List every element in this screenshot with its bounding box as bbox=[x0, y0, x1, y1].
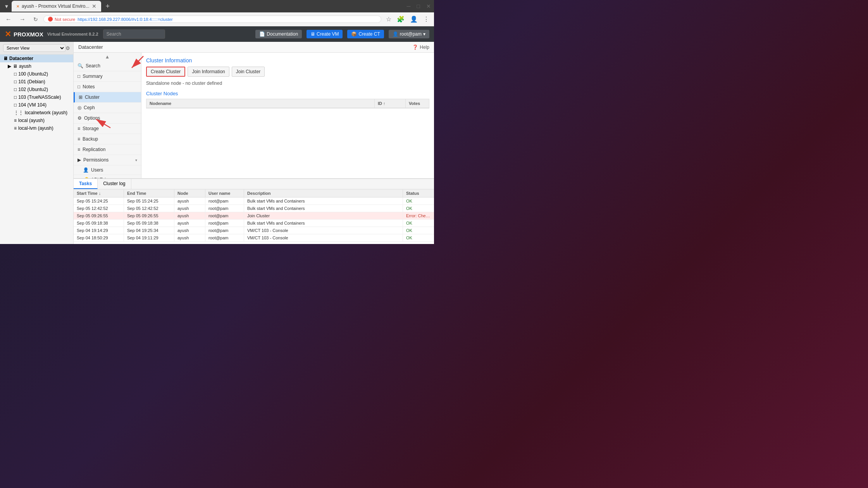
tab-dropdown[interactable]: ▼ bbox=[3, 3, 10, 10]
create-vm-icon: 🖥 bbox=[310, 31, 315, 37]
cluster-action-buttons: Create Cluster Join Information Join Clu… bbox=[146, 67, 429, 77]
tab-cluster-log[interactable]: Cluster log bbox=[98, 179, 131, 189]
new-tab-button[interactable]: + bbox=[103, 2, 113, 10]
tab-tasks[interactable]: Tasks bbox=[74, 179, 98, 189]
tasks-table-header: Start Time ↓ End Time Node User name Des… bbox=[74, 189, 434, 198]
sidebar-item-local[interactable]: ≡ local (ayush) bbox=[0, 117, 73, 124]
cell-node: ayush bbox=[174, 198, 205, 204]
join-cluster-button[interactable]: Join Cluster bbox=[232, 67, 265, 77]
documentation-button[interactable]: 📄 Documentation bbox=[255, 30, 302, 38]
col-start-time[interactable]: Start Time ↓ bbox=[74, 189, 124, 197]
cell-user: root@pam bbox=[205, 198, 244, 204]
col-description: Description bbox=[244, 189, 403, 197]
sidebar-gear-button[interactable]: ⚙ bbox=[65, 45, 70, 51]
extensions-button[interactable]: 🧩 bbox=[395, 14, 406, 24]
refresh-button[interactable]: ↻ bbox=[31, 15, 40, 24]
url-bar[interactable]: 🔴 Not secure https://192.168.29.227:8006… bbox=[43, 15, 381, 23]
create-ct-button[interactable]: 📦 Create CT bbox=[347, 30, 384, 38]
server-view-select[interactable]: Server View bbox=[3, 44, 65, 52]
sidebar-item-vm100[interactable]: □ 100 (Ubuntu2) bbox=[0, 70, 73, 78]
cell-end: Sep 04 19:25:34 bbox=[124, 227, 174, 234]
nav-item-storage[interactable]: ≡ Storage bbox=[74, 124, 141, 134]
forward-button[interactable]: → bbox=[17, 14, 28, 24]
cell-status: OK bbox=[403, 234, 434, 241]
cell-end: Sep 05 09:26:55 bbox=[124, 212, 174, 219]
localnetwork-icon: ⋮⋮ bbox=[14, 110, 23, 115]
cell-start: Sep 05 09:26:55 bbox=[74, 212, 124, 219]
scroll-up-button[interactable]: ▲ bbox=[74, 53, 141, 61]
nav-subitem-api-tokens[interactable]: 🔑 API Tokens bbox=[74, 175, 141, 178]
tab-close-button[interactable]: ✕ bbox=[92, 3, 96, 9]
help-button[interactable]: ❓ Help bbox=[412, 45, 429, 50]
join-information-button[interactable]: Join Information bbox=[188, 67, 229, 77]
table-row[interactable]: Sep 05 09:26:55 Sep 05 09:26:55 ayush ro… bbox=[74, 212, 434, 220]
table-row[interactable]: Sep 05 12:42:52 Sep 05 12:42:52 ayush ro… bbox=[74, 205, 434, 212]
table-row[interactable]: Sep 05 15:24:25 Sep 05 15:24:25 ayush ro… bbox=[74, 198, 434, 205]
menu-button[interactable]: ⋮ bbox=[422, 14, 431, 24]
table-row[interactable]: Sep 05 09:18:38 Sep 05 09:18:38 ayush ro… bbox=[74, 220, 434, 227]
minimize-button[interactable]: ─ bbox=[407, 3, 411, 9]
sidebar-item-localnetwork[interactable]: ⋮⋮ localnetwork (ayush) bbox=[0, 109, 73, 117]
maximize-button[interactable]: □ bbox=[417, 3, 420, 9]
user-menu-button[interactable]: 👤 root@pam ▾ bbox=[389, 30, 429, 38]
nav-backup-label: Backup bbox=[83, 136, 98, 142]
nav-item-options[interactable]: ⚙ Options bbox=[74, 113, 141, 124]
vm101-label: 101 (Debian) bbox=[18, 79, 45, 84]
nav-options-label: Options bbox=[84, 115, 100, 121]
standalone-text: Standalone node - no cluster defined bbox=[146, 81, 429, 86]
bookmark-button[interactable]: ☆ bbox=[384, 14, 393, 24]
sidebar-item-vm103[interactable]: □ 103 (TrueNASScale) bbox=[0, 93, 73, 101]
sidebar-item-ayush[interactable]: ▶ 🖥 ayush bbox=[0, 62, 73, 70]
nav-item-backup[interactable]: ≡ Backup bbox=[74, 134, 141, 144]
breadcrumb: Datacenter bbox=[78, 44, 103, 50]
profile-button[interactable]: 👤 bbox=[408, 14, 419, 24]
nav-item-notes[interactable]: □ Notes bbox=[74, 82, 141, 92]
nav-item-search[interactable]: 🔍 Search bbox=[74, 61, 141, 71]
sidebar-item-local-lvm[interactable]: ≡ local-lvm (ayush) bbox=[0, 124, 73, 132]
sidebar-item-vm102[interactable]: □ 102 (Ubuntu2) bbox=[0, 86, 73, 93]
nav-item-summary[interactable]: □ Summary bbox=[74, 71, 141, 82]
cell-start: Sep 05 12:42:52 bbox=[74, 205, 124, 212]
create-vm-button[interactable]: 🖥 Create VM bbox=[307, 30, 343, 38]
notes-nav-icon: □ bbox=[78, 84, 80, 89]
sidebar-header: Server View ⚙ bbox=[0, 42, 73, 55]
create-cluster-button[interactable]: Create Cluster bbox=[146, 67, 185, 77]
backup-nav-icon: ≡ bbox=[78, 136, 80, 142]
col-id[interactable]: ID ↑ bbox=[375, 99, 406, 108]
back-button[interactable]: ← bbox=[3, 14, 14, 24]
local-lvm-icon: ≡ bbox=[14, 125, 17, 131]
permissions-nav-icon: ▶ bbox=[78, 157, 81, 163]
bottom-tabs: Tasks Cluster log bbox=[74, 179, 434, 189]
breadcrumb-bar: Datacenter ❓ Help bbox=[74, 42, 434, 53]
localnetwork-label: localnetwork (ayush) bbox=[25, 110, 67, 115]
nav-item-permissions[interactable]: ▶ Permissions ▾ bbox=[74, 155, 141, 165]
nav-item-replication[interactable]: ≡ Replication bbox=[74, 144, 141, 155]
vm103-label: 103 (TrueNASScale) bbox=[18, 95, 61, 100]
cell-user: root@pam bbox=[205, 220, 244, 227]
close-button[interactable]: ✕ bbox=[426, 3, 431, 9]
tasks-table: Start Time ↓ End Time Node User name Des… bbox=[74, 189, 434, 244]
nav-replication-label: Replication bbox=[83, 147, 105, 152]
logo-icon: ✕ bbox=[5, 29, 11, 39]
ayush-arrow-icon: ▶ bbox=[8, 64, 11, 69]
browser-tab[interactable]: ✕ ayush - Proxmox Virtual Enviro... ✕ bbox=[12, 1, 101, 12]
nav-search-label: Search bbox=[86, 63, 100, 69]
nav-subitem-users[interactable]: 👤 Users bbox=[74, 165, 141, 175]
sidebar-item-vm101[interactable]: □ 101 (Debian) bbox=[0, 78, 73, 86]
nav-item-ceph[interactable]: ◎ Ceph bbox=[74, 103, 141, 113]
summary-nav-icon: □ bbox=[78, 74, 80, 79]
cluster-nodes-title: Cluster Nodes bbox=[146, 91, 429, 96]
sidebar-item-vm104[interactable]: □ 104 (VM 104) bbox=[0, 101, 73, 109]
cell-user: root@pam bbox=[205, 205, 244, 212]
vm100-icon: □ bbox=[14, 71, 17, 77]
table-row[interactable]: Sep 04 19:14:29 Sep 04 19:25:34 ayush ro… bbox=[74, 227, 434, 234]
table-row[interactable]: Sep 04 18:50:29 Sep 04 19:11:29 ayush ro… bbox=[74, 234, 434, 242]
sidebar-item-datacenter[interactable]: 🖥 Datacenter bbox=[0, 55, 73, 62]
cluster-nodes-table: Nodename ID ↑ Votes bbox=[146, 99, 429, 108]
header-search[interactable] bbox=[103, 29, 165, 39]
header-search-input[interactable] bbox=[103, 29, 165, 39]
tasks-rows: Sep 05 15:24:25 Sep 05 15:24:25 ayush ro… bbox=[74, 198, 434, 242]
nav-item-cluster[interactable]: ⊞ Cluster bbox=[74, 92, 141, 103]
cell-user: root@pam bbox=[205, 212, 244, 219]
cell-end: Sep 05 09:18:38 bbox=[124, 220, 174, 227]
